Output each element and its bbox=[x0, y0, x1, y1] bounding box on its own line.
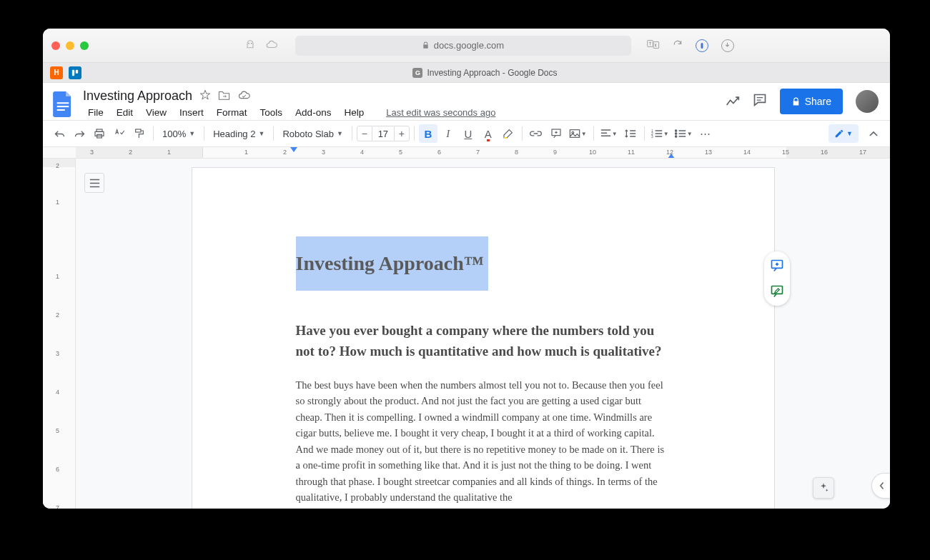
tab-bar: H G Investing Approach - Google Docs bbox=[43, 63, 890, 83]
body-paragraph: The best buys have been when the numbers… bbox=[296, 377, 671, 506]
star-icon[interactable] bbox=[199, 89, 211, 103]
share-button[interactable]: Share bbox=[780, 89, 843, 114]
browser-window: docs.google.com H G Investing Approach - bbox=[43, 29, 890, 509]
workspace: 2 1 1 2 3 4 5 6 7 8 Investing Approach™ … bbox=[43, 159, 890, 509]
pinned-tab-trello[interactable] bbox=[69, 66, 81, 79]
comments-icon[interactable] bbox=[753, 93, 767, 111]
move-icon[interactable] bbox=[218, 90, 230, 103]
vertical-ruler[interactable]: 2 1 1 2 3 4 5 6 7 8 bbox=[43, 159, 76, 509]
zoom-select[interactable]: 100%▼ bbox=[158, 124, 199, 143]
suggest-edit-side-button[interactable] bbox=[768, 283, 786, 300]
menu-tools[interactable]: Tools bbox=[255, 105, 288, 120]
text-color-button[interactable]: A bbox=[479, 124, 498, 143]
titlebar-right-icons bbox=[647, 39, 734, 52]
heading1-text: Investing Approach™ bbox=[296, 252, 484, 274]
undo-button[interactable] bbox=[50, 124, 69, 143]
lock-icon bbox=[791, 97, 801, 106]
explore-button[interactable] bbox=[813, 477, 834, 499]
style-select[interactable]: Heading 2▼ bbox=[209, 124, 269, 143]
highlight-button[interactable] bbox=[499, 124, 518, 143]
menu-help[interactable]: Help bbox=[339, 105, 369, 120]
document-title[interactable]: Investing Approach bbox=[83, 89, 192, 104]
font-size-value[interactable]: 17 bbox=[372, 126, 394, 141]
svg-rect-13 bbox=[136, 129, 141, 132]
address-bar[interactable]: docs.google.com bbox=[295, 36, 631, 56]
document-canvas[interactable]: Investing Approach™ Have you ever bought… bbox=[76, 159, 890, 509]
menu-format[interactable]: Format bbox=[212, 105, 252, 120]
heading1-selection: Investing Approach™ bbox=[296, 236, 671, 291]
svg-text:3: 3 bbox=[651, 135, 653, 139]
heading2-text: Have you ever bought a company where the… bbox=[296, 321, 671, 361]
svg-rect-9 bbox=[57, 109, 65, 111]
ghost-extension-icon[interactable] bbox=[242, 39, 258, 53]
add-comment-side-button[interactable] bbox=[768, 257, 786, 274]
reader-translate-icon[interactable] bbox=[647, 39, 660, 51]
left-indent-marker[interactable] bbox=[290, 147, 297, 152]
svg-rect-3 bbox=[653, 42, 659, 49]
bulleted-list-button[interactable]: ▼ bbox=[673, 124, 695, 143]
italic-button[interactable]: I bbox=[439, 124, 457, 143]
docs-logo[interactable] bbox=[50, 89, 76, 120]
menu-file[interactable]: File bbox=[83, 105, 109, 120]
cloud-icon[interactable] bbox=[264, 39, 280, 52]
menu-insert[interactable]: Insert bbox=[174, 105, 209, 120]
lock-icon bbox=[422, 41, 430, 49]
minimize-window-button[interactable] bbox=[66, 41, 74, 50]
document-page[interactable]: Investing Approach™ Have you ever bought… bbox=[192, 167, 775, 509]
print-button[interactable] bbox=[90, 124, 109, 143]
pinned-tab-hn[interactable]: H bbox=[50, 66, 63, 79]
svg-point-21 bbox=[675, 133, 676, 134]
user-avatar[interactable] bbox=[856, 90, 879, 113]
editing-mode-button[interactable]: ▼ bbox=[828, 124, 859, 143]
svg-rect-15 bbox=[570, 130, 579, 138]
font-size-increase[interactable]: + bbox=[394, 126, 410, 141]
svg-point-1 bbox=[251, 43, 252, 44]
insert-image-button[interactable]: ▼ bbox=[567, 124, 589, 143]
menu-bar: File Edit View Insert Format Tools Add-o… bbox=[83, 105, 718, 120]
menu-addons[interactable]: Add-ons bbox=[290, 105, 336, 120]
redo-button[interactable] bbox=[70, 124, 89, 143]
font-select[interactable]: Roboto Slab▼ bbox=[278, 124, 347, 143]
collapse-toolbar-button[interactable] bbox=[864, 124, 883, 143]
svg-rect-11 bbox=[95, 131, 104, 136]
numbered-list-button[interactable]: 123▼ bbox=[649, 124, 671, 143]
active-tab[interactable]: G Investing Approach - Google Docs bbox=[87, 68, 883, 78]
bold-button[interactable]: B bbox=[419, 124, 437, 143]
downloads-icon[interactable] bbox=[721, 39, 734, 52]
right-indent-marker[interactable] bbox=[668, 154, 675, 159]
tab-title-text: Investing Approach - Google Docs bbox=[427, 68, 557, 78]
onepassword-icon[interactable] bbox=[696, 39, 708, 52]
outline-toggle-button[interactable] bbox=[84, 173, 104, 193]
svg-point-0 bbox=[248, 43, 249, 44]
menu-view[interactable]: View bbox=[141, 105, 172, 120]
titlebar: docs.google.com bbox=[43, 29, 890, 63]
toolbar: 100%▼ Heading 2▼ Roboto Slab▼ − 17 + B I… bbox=[43, 120, 890, 147]
svg-rect-7 bbox=[57, 102, 69, 104]
align-button[interactable]: ▼ bbox=[598, 124, 620, 143]
font-size-decrease[interactable]: − bbox=[357, 126, 372, 141]
svg-point-20 bbox=[675, 130, 676, 131]
maximize-window-button[interactable] bbox=[80, 41, 89, 50]
underline-button[interactable]: U bbox=[459, 124, 478, 143]
share-label: Share bbox=[805, 96, 831, 107]
line-spacing-button[interactable] bbox=[621, 124, 640, 143]
cloud-status-icon[interactable] bbox=[237, 90, 251, 102]
last-edit-link[interactable]: Last edit was seconds ago bbox=[386, 107, 495, 118]
reload-icon[interactable] bbox=[673, 39, 683, 51]
font-size-control: − 17 + bbox=[357, 126, 410, 141]
svg-rect-5 bbox=[72, 69, 74, 75]
horizontal-ruler[interactable]: 3 2 1 1 2 3 4 5 6 7 8 9 10 11 12 13 14 1… bbox=[43, 147, 890, 159]
spellcheck-button[interactable] bbox=[110, 124, 129, 143]
side-widget-pill bbox=[764, 251, 790, 306]
menu-edit[interactable]: Edit bbox=[112, 105, 138, 120]
paint-format-button[interactable] bbox=[130, 124, 149, 143]
tab-favicon: G bbox=[412, 68, 422, 78]
more-button[interactable]: ⋯ bbox=[696, 124, 715, 143]
close-window-button[interactable] bbox=[51, 41, 60, 50]
add-comment-button[interactable] bbox=[547, 124, 565, 143]
insert-link-button[interactable] bbox=[527, 124, 545, 143]
svg-rect-4 bbox=[701, 43, 703, 49]
docs-header: Investing Approach File Edit View Ins bbox=[43, 83, 890, 120]
svg-rect-6 bbox=[76, 69, 78, 73]
activity-icon[interactable] bbox=[726, 94, 740, 110]
